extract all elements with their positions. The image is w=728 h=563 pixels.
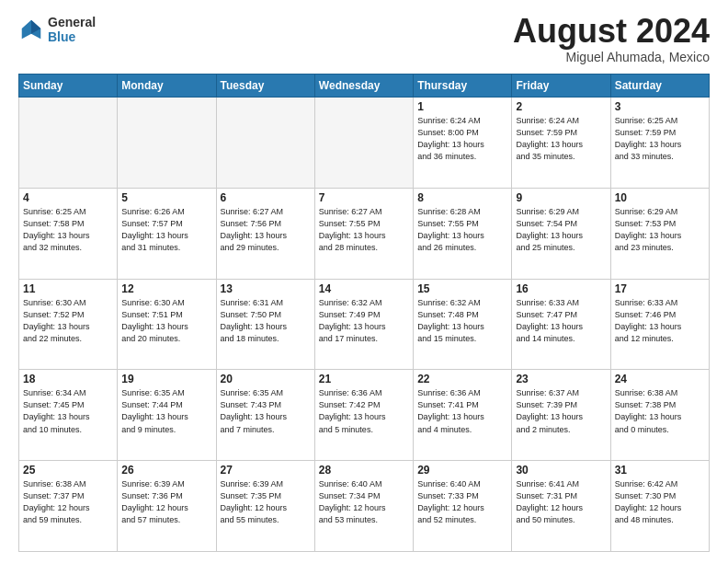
logo-text: General Blue <box>48 15 96 44</box>
weekday-header: Wednesday <box>314 75 413 98</box>
day-info: Sunrise: 6:36 AM Sunset: 7:41 PM Dayligh… <box>417 387 507 435</box>
day-number: 11 <box>23 282 113 295</box>
weekday-header: Sunday <box>19 75 118 98</box>
location: Miguel Ahumada, Mexico <box>513 50 710 64</box>
day-number: 31 <box>615 464 705 477</box>
calendar-cell: 26Sunrise: 6:39 AM Sunset: 7:36 PM Dayli… <box>118 461 216 552</box>
calendar-week-row: 25Sunrise: 6:38 AM Sunset: 7:37 PM Dayli… <box>19 461 710 552</box>
day-number: 29 <box>417 464 507 477</box>
calendar-cell: 14Sunrise: 6:32 AM Sunset: 7:49 PM Dayli… <box>314 279 413 370</box>
day-number: 24 <box>615 373 705 385</box>
day-number: 6 <box>221 191 311 204</box>
day-info: Sunrise: 6:25 AM Sunset: 7:59 PM Dayligh… <box>615 115 705 163</box>
calendar-cell <box>118 98 216 189</box>
logo-blue: Blue <box>48 29 96 44</box>
weekday-header: Monday <box>118 75 216 98</box>
day-number: 4 <box>23 191 113 204</box>
calendar-cell: 9Sunrise: 6:29 AM Sunset: 7:54 PM Daylig… <box>512 188 610 279</box>
day-info: Sunrise: 6:38 AM Sunset: 7:37 PM Dayligh… <box>23 478 113 526</box>
calendar-cell <box>216 98 314 189</box>
day-info: Sunrise: 6:35 AM Sunset: 7:43 PM Dayligh… <box>221 387 311 435</box>
day-number: 25 <box>23 464 113 477</box>
day-info: Sunrise: 6:28 AM Sunset: 7:55 PM Dayligh… <box>417 206 507 254</box>
day-info: Sunrise: 6:33 AM Sunset: 7:47 PM Dayligh… <box>516 297 606 345</box>
calendar-cell: 4Sunrise: 6:25 AM Sunset: 7:58 PM Daylig… <box>19 188 118 279</box>
calendar-cell: 18Sunrise: 6:34 AM Sunset: 7:45 PM Dayli… <box>19 370 118 461</box>
weekday-header-row: SundayMondayTuesdayWednesdayThursdayFrid… <box>19 75 710 98</box>
calendar-table: SundayMondayTuesdayWednesdayThursdayFrid… <box>18 74 710 552</box>
day-info: Sunrise: 6:31 AM Sunset: 7:50 PM Dayligh… <box>221 297 311 345</box>
day-info: Sunrise: 6:30 AM Sunset: 7:52 PM Dayligh… <box>23 297 113 345</box>
logo-general: General <box>48 15 96 29</box>
day-info: Sunrise: 6:35 AM Sunset: 7:44 PM Dayligh… <box>121 387 211 435</box>
weekday-header: Tuesday <box>216 75 314 98</box>
day-number: 8 <box>417 191 507 204</box>
day-info: Sunrise: 6:26 AM Sunset: 7:57 PM Dayligh… <box>121 206 211 254</box>
calendar-cell: 10Sunrise: 6:29 AM Sunset: 7:53 PM Dayli… <box>610 188 709 279</box>
calendar-cell <box>314 98 413 189</box>
calendar-cell: 24Sunrise: 6:38 AM Sunset: 7:38 PM Dayli… <box>610 370 709 461</box>
calendar-week-row: 4Sunrise: 6:25 AM Sunset: 7:58 PM Daylig… <box>19 188 710 279</box>
calendar-cell: 28Sunrise: 6:40 AM Sunset: 7:34 PM Dayli… <box>314 461 413 552</box>
calendar-cell: 17Sunrise: 6:33 AM Sunset: 7:46 PM Dayli… <box>610 279 709 370</box>
calendar-cell: 29Sunrise: 6:40 AM Sunset: 7:33 PM Dayli… <box>414 461 512 552</box>
day-number: 7 <box>319 191 409 204</box>
calendar-cell: 13Sunrise: 6:31 AM Sunset: 7:50 PM Dayli… <box>216 279 314 370</box>
day-info: Sunrise: 6:30 AM Sunset: 7:51 PM Dayligh… <box>121 297 211 345</box>
day-number: 2 <box>516 100 606 113</box>
calendar-cell: 1Sunrise: 6:24 AM Sunset: 8:00 PM Daylig… <box>414 98 512 189</box>
day-info: Sunrise: 6:27 AM Sunset: 7:55 PM Dayligh… <box>319 206 409 254</box>
day-number: 20 <box>221 373 311 385</box>
day-number: 23 <box>516 373 606 385</box>
calendar-cell: 20Sunrise: 6:35 AM Sunset: 7:43 PM Dayli… <box>216 370 314 461</box>
day-number: 19 <box>121 373 211 385</box>
calendar-cell: 27Sunrise: 6:39 AM Sunset: 7:35 PM Dayli… <box>216 461 314 552</box>
day-info: Sunrise: 6:40 AM Sunset: 7:34 PM Dayligh… <box>319 478 409 526</box>
calendar-cell: 19Sunrise: 6:35 AM Sunset: 7:44 PM Dayli… <box>118 370 216 461</box>
calendar-cell: 22Sunrise: 6:36 AM Sunset: 7:41 PM Dayli… <box>414 370 512 461</box>
day-number: 27 <box>221 464 311 477</box>
day-number: 1 <box>417 100 507 113</box>
day-number: 17 <box>615 282 705 295</box>
weekday-header: Saturday <box>610 75 709 98</box>
day-number: 30 <box>516 464 606 477</box>
calendar-cell: 3Sunrise: 6:25 AM Sunset: 7:59 PM Daylig… <box>610 98 709 189</box>
day-info: Sunrise: 6:27 AM Sunset: 7:56 PM Dayligh… <box>221 206 311 254</box>
day-info: Sunrise: 6:24 AM Sunset: 7:59 PM Dayligh… <box>516 115 606 163</box>
day-number: 22 <box>417 373 507 385</box>
calendar-week-row: 11Sunrise: 6:30 AM Sunset: 7:52 PM Dayli… <box>19 279 710 370</box>
day-number: 26 <box>121 464 211 477</box>
calendar-cell: 31Sunrise: 6:42 AM Sunset: 7:30 PM Dayli… <box>610 461 709 552</box>
day-info: Sunrise: 6:32 AM Sunset: 7:48 PM Dayligh… <box>417 297 507 345</box>
logo: General Blue <box>18 15 96 44</box>
calendar-cell: 2Sunrise: 6:24 AM Sunset: 7:59 PM Daylig… <box>512 98 610 189</box>
calendar-cell <box>19 98 118 189</box>
day-info: Sunrise: 6:41 AM Sunset: 7:31 PM Dayligh… <box>516 478 606 526</box>
day-info: Sunrise: 6:42 AM Sunset: 7:30 PM Dayligh… <box>615 478 705 526</box>
day-number: 21 <box>319 373 409 385</box>
calendar-cell: 6Sunrise: 6:27 AM Sunset: 7:56 PM Daylig… <box>216 188 314 279</box>
day-info: Sunrise: 6:29 AM Sunset: 7:54 PM Dayligh… <box>516 206 606 254</box>
day-info: Sunrise: 6:24 AM Sunset: 8:00 PM Dayligh… <box>417 115 507 163</box>
day-info: Sunrise: 6:40 AM Sunset: 7:33 PM Dayligh… <box>417 478 507 526</box>
page: General Blue August 2024 Miguel Ahumada,… <box>0 0 728 563</box>
calendar-cell: 25Sunrise: 6:38 AM Sunset: 7:37 PM Dayli… <box>19 461 118 552</box>
calendar-cell: 11Sunrise: 6:30 AM Sunset: 7:52 PM Dayli… <box>19 279 118 370</box>
weekday-header: Friday <box>512 75 610 98</box>
calendar-week-row: 1Sunrise: 6:24 AM Sunset: 8:00 PM Daylig… <box>19 98 710 189</box>
day-info: Sunrise: 6:25 AM Sunset: 7:58 PM Dayligh… <box>23 206 113 254</box>
day-number: 18 <box>23 373 113 385</box>
day-info: Sunrise: 6:34 AM Sunset: 7:45 PM Dayligh… <box>23 387 113 435</box>
month-year: August 2024 <box>513 15 710 48</box>
day-info: Sunrise: 6:32 AM Sunset: 7:49 PM Dayligh… <box>319 297 409 345</box>
calendar-cell: 12Sunrise: 6:30 AM Sunset: 7:51 PM Dayli… <box>118 279 216 370</box>
day-info: Sunrise: 6:29 AM Sunset: 7:53 PM Dayligh… <box>615 206 705 254</box>
logo-icon <box>18 17 44 42</box>
day-info: Sunrise: 6:39 AM Sunset: 7:36 PM Dayligh… <box>121 478 211 526</box>
title-block: August 2024 Miguel Ahumada, Mexico <box>513 15 710 64</box>
calendar-cell: 30Sunrise: 6:41 AM Sunset: 7:31 PM Dayli… <box>512 461 610 552</box>
header: General Blue August 2024 Miguel Ahumada,… <box>18 15 710 64</box>
day-number: 16 <box>516 282 606 295</box>
day-info: Sunrise: 6:38 AM Sunset: 7:38 PM Dayligh… <box>615 387 705 435</box>
calendar-cell: 15Sunrise: 6:32 AM Sunset: 7:48 PM Dayli… <box>414 279 512 370</box>
